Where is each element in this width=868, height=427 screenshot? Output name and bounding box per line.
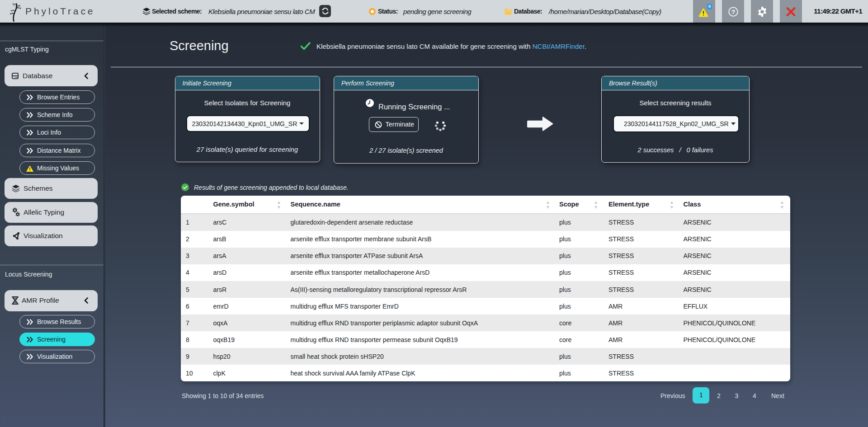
svg-text:?: ? <box>731 9 735 15</box>
